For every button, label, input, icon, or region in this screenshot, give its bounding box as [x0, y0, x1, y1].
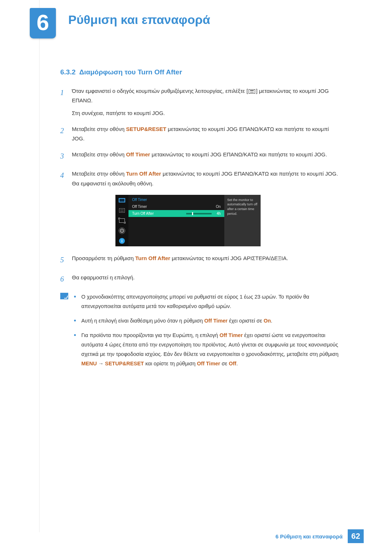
step-body: Μεταβείτε στην οθόνη Off Timer μετακινών…: [72, 150, 340, 163]
step-body: Μεταβείτε στην οθόνη Turn Off After μετα…: [72, 169, 340, 188]
osd-row-value: On: [216, 205, 221, 209]
osd-row-value: 4h: [186, 212, 221, 216]
osd-row-off-timer: Off Timer On: [128, 203, 224, 210]
section-number: 6.3.2: [60, 68, 75, 76]
note-block: Ο χρονοδιακόπτης απενεργοποίησης μπορεί …: [60, 292, 340, 374]
step-number: 3: [60, 150, 72, 163]
osd-row-label: Turn Off After: [132, 212, 154, 216]
step-4: 4 Μεταβείτε στην οθόνη Turn Off After με…: [60, 169, 340, 188]
osd-nav: i: [115, 195, 128, 246]
step-number: 5: [60, 254, 72, 266]
step-number: 1: [60, 86, 72, 118]
step-2: 2 Μεταβείτε στην οθόνη SETUP&RESET μετακ…: [60, 124, 340, 144]
osd-menu-title: Off Timer: [128, 196, 224, 203]
osd-list: Off Timer Off Timer On Turn Off After 4h: [128, 195, 224, 246]
osd-nav-info-icon: i: [118, 238, 126, 244]
note-item: Αυτή η επιλογή είναι διαθέσιμη μόνο όταν…: [73, 316, 340, 325]
osd-row-turn-off-after: Turn Off After 4h: [128, 210, 224, 217]
osd-nav-size-icon: [118, 217, 126, 224]
note-list: Ο χρονοδιακόπτης απενεργοποίησης μπορεί …: [73, 292, 340, 374]
step-3: 3 Μεταβείτε στην οθόνη Off Timer μετακιν…: [60, 150, 340, 163]
osd-nav-gear-icon: [118, 227, 126, 234]
chapter-title: Ρύθμιση και επαναφορά: [68, 13, 210, 27]
step-body: Όταν εμφανιστεί ο οδηγός κουμπιών ρυθμιζ…: [72, 86, 340, 118]
osd-help-text: Set the monitor to automatically turn of…: [224, 195, 261, 246]
osd-nav-picture-icon: [118, 197, 126, 204]
osd-row-label: Off Timer: [132, 205, 147, 209]
section-heading: 6.3.2 Διαμόρφωση του Turn Off After: [60, 68, 340, 76]
osd-main: Off Timer Off Timer On Turn Off After 4h…: [128, 195, 261, 246]
left-margin-rule: [39, 0, 40, 532]
step-6: 6 Θα εφαρμοστεί η επιλογή.: [60, 273, 340, 286]
note-icon: [60, 293, 68, 299]
step-number: 6: [60, 273, 72, 286]
step-body: Μεταβείτε στην οθόνη SETUP&RESET μετακιν…: [72, 124, 340, 144]
osd-preview: i Off Timer Off Timer On Turn Off After …: [115, 195, 261, 246]
step-number: 4: [60, 169, 72, 188]
page-footer: 6 Ρύθμιση και επαναφορά 62: [275, 529, 364, 543]
page-number: 62: [348, 529, 364, 543]
note-item: Ο χρονοδιακόπτης απενεργοποίησης μπορεί …: [73, 292, 340, 311]
step-body: Προσαρμόστε τη ρύθμιση Turn Off After με…: [72, 254, 340, 266]
footer-chapter-label: 6 Ρύθμιση και επαναφορά: [275, 533, 343, 539]
osd-slider: [186, 213, 212, 214]
step-5: 5 Προσαρμόστε τη ρύθμιση Turn Off After …: [60, 254, 340, 266]
chapter-number-badge: 6: [30, 8, 56, 38]
step-body: Θα εφαρμοστεί η επιλογή.: [72, 273, 340, 286]
note-item: Για προϊόντα που προορίζονται για την Ευ…: [73, 331, 340, 368]
content-area: 6.3.2 Διαμόρφωση του Turn Off After 1 Ότ…: [60, 68, 340, 373]
step-1: 1 Όταν εμφανιστεί ο οδηγός κουμπιών ρυθμ…: [60, 86, 340, 118]
menu-icon: [249, 89, 255, 94]
section-title: Διαμόρφωση του Turn Off After: [79, 68, 182, 76]
step-number: 2: [60, 124, 72, 144]
osd-nav-list-icon: [118, 207, 126, 214]
